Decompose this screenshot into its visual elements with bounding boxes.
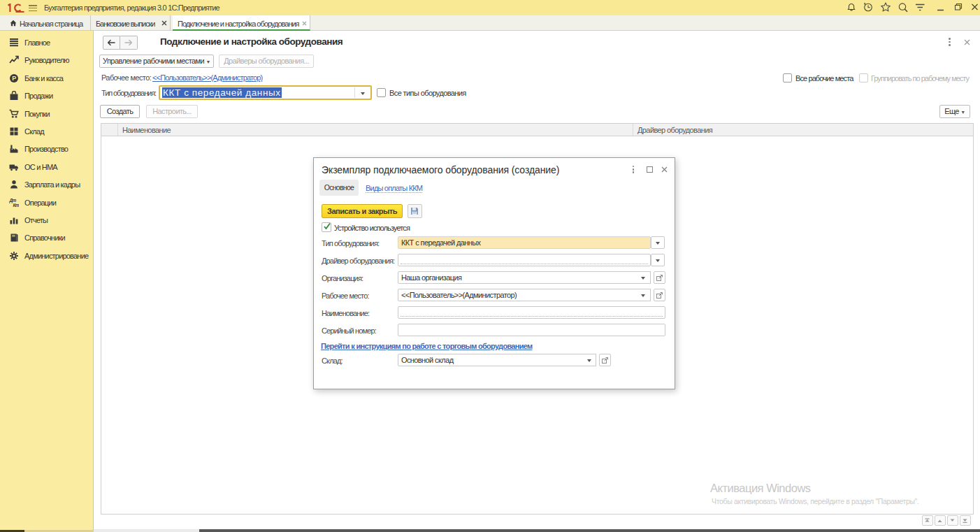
svg-text:Кт: Кт <box>13 202 20 207</box>
svg-text:P: P <box>12 75 16 82</box>
